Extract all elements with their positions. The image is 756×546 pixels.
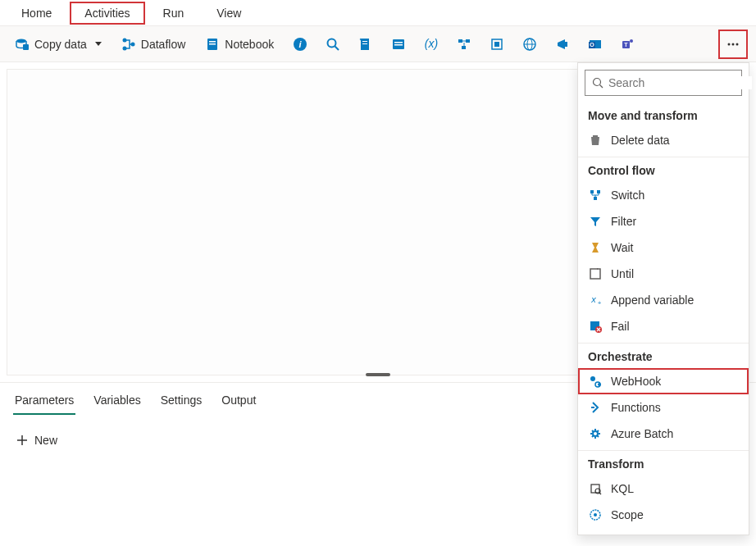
foreach-icon bbox=[490, 37, 504, 52]
copy-data-icon bbox=[15, 37, 30, 52]
new-label: New bbox=[34, 434, 57, 447]
menu-label: Filter bbox=[611, 215, 636, 228]
script-icon bbox=[358, 37, 373, 52]
notebook-label: Notebook bbox=[225, 38, 274, 51]
svg-line-55 bbox=[599, 493, 601, 494]
svg-point-35 bbox=[732, 43, 735, 45]
svg-rect-6 bbox=[209, 41, 216, 43]
kql-icon bbox=[588, 481, 603, 496]
tab-activities[interactable]: Activities bbox=[70, 2, 144, 25]
menu-label: KQL bbox=[611, 482, 634, 495]
svg-text:+: + bbox=[598, 299, 602, 307]
menu-append-variable[interactable]: x+ Append variable bbox=[578, 287, 749, 313]
globe-icon bbox=[522, 37, 537, 52]
dataflow-button[interactable]: Dataflow bbox=[115, 31, 192, 57]
menu-label: Wait bbox=[611, 241, 633, 254]
tab-output[interactable]: Output bbox=[220, 387, 257, 415]
svg-point-2 bbox=[122, 38, 126, 42]
svg-rect-19 bbox=[458, 39, 462, 43]
tab-settings[interactable]: Settings bbox=[159, 387, 204, 415]
variable-button[interactable]: (x) bbox=[418, 31, 444, 57]
search-box[interactable] bbox=[585, 70, 742, 96]
menu-until[interactable]: Until bbox=[578, 261, 749, 287]
search-button[interactable] bbox=[320, 31, 346, 57]
svg-point-39 bbox=[594, 79, 601, 86]
copy-data-label: Copy data bbox=[34, 38, 87, 51]
more-icon bbox=[726, 37, 740, 52]
svg-point-52 bbox=[593, 431, 598, 436]
section-orchestrate: Orchestrate bbox=[578, 344, 749, 368]
svg-rect-27 bbox=[565, 42, 567, 47]
svg-line-40 bbox=[600, 85, 603, 89]
notebook-icon bbox=[205, 37, 220, 52]
teams-icon: T bbox=[621, 37, 635, 52]
foreach-button[interactable] bbox=[484, 31, 510, 57]
menu-wait[interactable]: Wait bbox=[578, 234, 749, 261]
menu-label: Until bbox=[611, 267, 634, 280]
script-button[interactable] bbox=[353, 31, 379, 57]
tab-run[interactable]: Run bbox=[148, 2, 199, 25]
svg-point-32 bbox=[630, 39, 633, 43]
svg-rect-45 bbox=[590, 269, 600, 279]
menu-label: Functions bbox=[611, 401, 661, 414]
more-button[interactable] bbox=[718, 30, 748, 59]
svg-rect-42 bbox=[590, 190, 594, 193]
dataflow-label: Dataflow bbox=[141, 38, 185, 51]
svg-rect-14 bbox=[362, 43, 367, 44]
svg-point-3 bbox=[122, 46, 126, 50]
svg-rect-13 bbox=[362, 41, 367, 42]
tab-parameters[interactable]: Parameters bbox=[13, 387, 75, 415]
notebook-button[interactable]: Notebook bbox=[198, 31, 280, 57]
pipeline-button[interactable] bbox=[451, 31, 477, 57]
fail-icon bbox=[588, 319, 603, 334]
menu-scope[interactable]: Scope bbox=[578, 502, 749, 528]
svg-point-10 bbox=[328, 39, 336, 47]
sproc-button[interactable] bbox=[385, 31, 412, 57]
semantic-button[interactable] bbox=[549, 31, 576, 57]
menu-webhook[interactable]: WebHook bbox=[578, 368, 749, 394]
menu-switch[interactable]: Switch bbox=[578, 182, 749, 208]
append-variable-icon: x+ bbox=[588, 293, 603, 307]
hourglass-icon bbox=[588, 240, 603, 255]
svg-text:(x): (x) bbox=[425, 37, 438, 50]
activities-dropdown: Move and transform Delete data Control f… bbox=[577, 62, 749, 535]
toolbar: Copy data Dataflow Notebook i (x) bbox=[0, 26, 756, 62]
menu-functions[interactable]: Functions bbox=[578, 394, 749, 421]
menu-label: WebHook bbox=[611, 375, 661, 388]
menu-kql[interactable]: KQL bbox=[578, 475, 749, 502]
teams-button[interactable]: T bbox=[615, 31, 641, 57]
copy-data-button[interactable]: Copy data bbox=[8, 31, 108, 57]
splitter-handle[interactable] bbox=[366, 373, 390, 376]
megaphone-icon bbox=[555, 37, 570, 52]
trash-icon bbox=[588, 133, 603, 148]
menu-label: Fail bbox=[611, 320, 630, 333]
filter-icon bbox=[588, 214, 603, 229]
menu-label: Delete data bbox=[611, 134, 670, 147]
svg-rect-20 bbox=[466, 39, 470, 43]
menu-delete-data[interactable]: Delete data bbox=[578, 127, 749, 153]
web-button[interactable] bbox=[517, 31, 543, 57]
tab-view[interactable]: View bbox=[202, 2, 256, 25]
svg-point-36 bbox=[736, 43, 739, 45]
svg-point-0 bbox=[16, 39, 26, 43]
gear-icon bbox=[588, 426, 603, 441]
menu-fail[interactable]: Fail bbox=[578, 313, 749, 339]
section-control-flow: Control flow bbox=[578, 157, 749, 182]
menu-filter[interactable]: Filter bbox=[578, 208, 749, 234]
svg-rect-21 bbox=[462, 46, 466, 49]
svg-rect-16 bbox=[394, 42, 403, 43]
tab-variables[interactable]: Variables bbox=[92, 387, 142, 415]
svg-rect-23 bbox=[494, 42, 499, 47]
svg-text:T: T bbox=[625, 42, 629, 48]
menu-azure-batch[interactable]: Azure Batch bbox=[578, 421, 749, 447]
search-input[interactable] bbox=[608, 76, 752, 89]
outlook-button[interactable]: O bbox=[582, 31, 608, 57]
menu-label: Azure Batch bbox=[611, 427, 673, 440]
plus-icon bbox=[16, 435, 28, 446]
search-icon bbox=[592, 77, 603, 89]
tab-home[interactable]: Home bbox=[7, 2, 66, 25]
menu-label: Switch bbox=[611, 189, 644, 202]
info-button[interactable]: i bbox=[287, 31, 313, 57]
section-move-transform: Move and transform bbox=[578, 102, 749, 127]
svg-rect-41 bbox=[593, 135, 598, 137]
